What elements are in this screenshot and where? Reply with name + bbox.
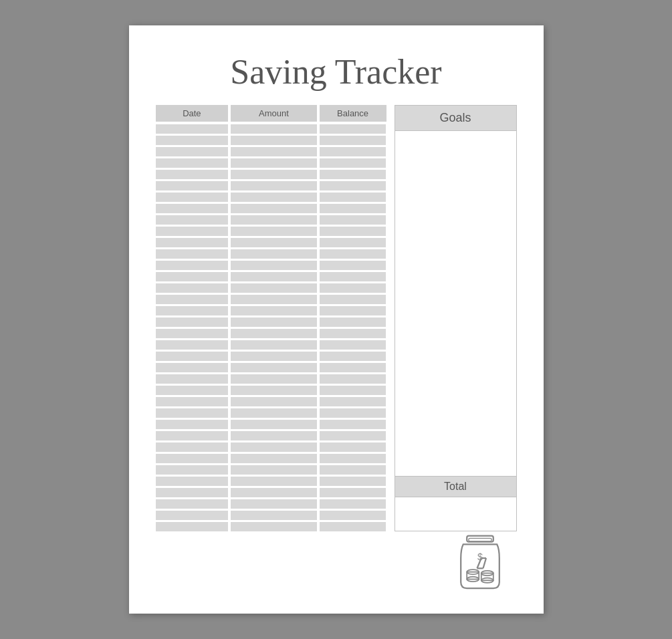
balance-cell[interactable] <box>320 272 386 281</box>
table-row[interactable] <box>156 374 386 384</box>
balance-cell[interactable] <box>320 193 386 202</box>
table-row[interactable] <box>156 147 386 156</box>
amount-cell[interactable] <box>231 477 316 486</box>
date-cell[interactable] <box>156 499 229 509</box>
table-row[interactable] <box>156 158 386 168</box>
table-row[interactable] <box>156 215 386 225</box>
amount-cell[interactable] <box>231 317 316 327</box>
table-row[interactable] <box>156 465 386 475</box>
balance-cell[interactable] <box>320 136 386 145</box>
balance-cell[interactable] <box>320 488 386 497</box>
date-cell[interactable] <box>156 238 229 247</box>
date-cell[interactable] <box>156 352 229 361</box>
amount-cell[interactable] <box>231 340 316 350</box>
balance-cell[interactable] <box>320 420 386 429</box>
amount-cell[interactable] <box>231 272 316 281</box>
table-row[interactable] <box>156 511 386 520</box>
balance-cell[interactable] <box>320 204 386 213</box>
balance-cell[interactable] <box>320 249 386 259</box>
balance-cell[interactable] <box>320 317 386 327</box>
balance-cell[interactable] <box>320 454 386 463</box>
amount-cell[interactable] <box>231 363 316 372</box>
balance-cell[interactable] <box>320 227 386 236</box>
balance-cell[interactable] <box>320 340 386 350</box>
date-cell[interactable] <box>156 374 229 384</box>
amount-cell[interactable] <box>231 193 316 202</box>
balance-cell[interactable] <box>320 158 386 168</box>
amount-cell[interactable] <box>231 158 316 168</box>
amount-cell[interactable] <box>231 522 316 531</box>
date-cell[interactable] <box>156 295 229 304</box>
balance-cell[interactable] <box>320 499 386 509</box>
balance-cell[interactable] <box>320 352 386 361</box>
date-cell[interactable] <box>156 511 229 520</box>
table-row[interactable] <box>156 431 386 440</box>
date-cell[interactable] <box>156 522 229 531</box>
table-row[interactable] <box>156 272 386 281</box>
table-row[interactable] <box>156 397 386 406</box>
date-cell[interactable] <box>156 249 229 259</box>
amount-cell[interactable] <box>231 204 316 213</box>
table-row[interactable] <box>156 204 386 213</box>
table-row[interactable] <box>156 170 386 179</box>
date-cell[interactable] <box>156 477 229 486</box>
table-row[interactable] <box>156 227 386 236</box>
amount-cell[interactable] <box>231 261 316 270</box>
amount-cell[interactable] <box>231 465 316 475</box>
balance-cell[interactable] <box>320 408 386 418</box>
table-row[interactable] <box>156 408 386 418</box>
date-cell[interactable] <box>156 124 229 134</box>
amount-cell[interactable] <box>231 249 316 259</box>
amount-cell[interactable] <box>231 147 316 156</box>
table-row[interactable] <box>156 295 386 304</box>
balance-cell[interactable] <box>320 306 386 315</box>
amount-cell[interactable] <box>231 181 316 190</box>
amount-cell[interactable] <box>231 442 316 452</box>
balance-cell[interactable] <box>320 397 386 406</box>
balance-cell[interactable] <box>320 329 386 338</box>
table-row[interactable] <box>156 442 386 452</box>
amount-cell[interactable] <box>231 374 316 384</box>
balance-cell[interactable] <box>320 170 386 179</box>
date-cell[interactable] <box>156 306 229 315</box>
amount-cell[interactable] <box>231 329 316 338</box>
amount-cell[interactable] <box>231 283 316 293</box>
date-cell[interactable] <box>156 340 229 350</box>
date-cell[interactable] <box>156 272 229 281</box>
balance-cell[interactable] <box>320 295 386 304</box>
balance-cell[interactable] <box>320 431 386 440</box>
balance-cell[interactable] <box>320 363 386 372</box>
date-cell[interactable] <box>156 147 229 156</box>
amount-cell[interactable] <box>231 488 316 497</box>
table-row[interactable] <box>156 522 386 531</box>
date-cell[interactable] <box>156 465 229 475</box>
table-row[interactable] <box>156 340 386 350</box>
date-cell[interactable] <box>156 158 229 168</box>
balance-cell[interactable] <box>320 215 386 225</box>
amount-cell[interactable] <box>231 499 316 509</box>
amount-cell[interactable] <box>231 454 316 463</box>
date-cell[interactable] <box>156 420 229 429</box>
balance-cell[interactable] <box>320 181 386 190</box>
amount-cell[interactable] <box>231 227 316 236</box>
table-row[interactable] <box>156 238 386 247</box>
date-cell[interactable] <box>156 442 229 452</box>
table-row[interactable] <box>156 124 386 134</box>
date-cell[interactable] <box>156 408 229 418</box>
table-row[interactable] <box>156 329 386 338</box>
table-row[interactable] <box>156 193 386 202</box>
amount-cell[interactable] <box>231 386 316 395</box>
amount-cell[interactable] <box>231 124 316 134</box>
date-cell[interactable] <box>156 329 229 338</box>
date-cell[interactable] <box>156 193 229 202</box>
table-row[interactable] <box>156 317 386 327</box>
amount-cell[interactable] <box>231 170 316 179</box>
date-cell[interactable] <box>156 454 229 463</box>
table-row[interactable] <box>156 352 386 361</box>
amount-cell[interactable] <box>231 352 316 361</box>
amount-cell[interactable] <box>231 295 316 304</box>
balance-cell[interactable] <box>320 465 386 475</box>
table-row[interactable] <box>156 249 386 259</box>
date-cell[interactable] <box>156 181 229 190</box>
table-row[interactable] <box>156 420 386 429</box>
